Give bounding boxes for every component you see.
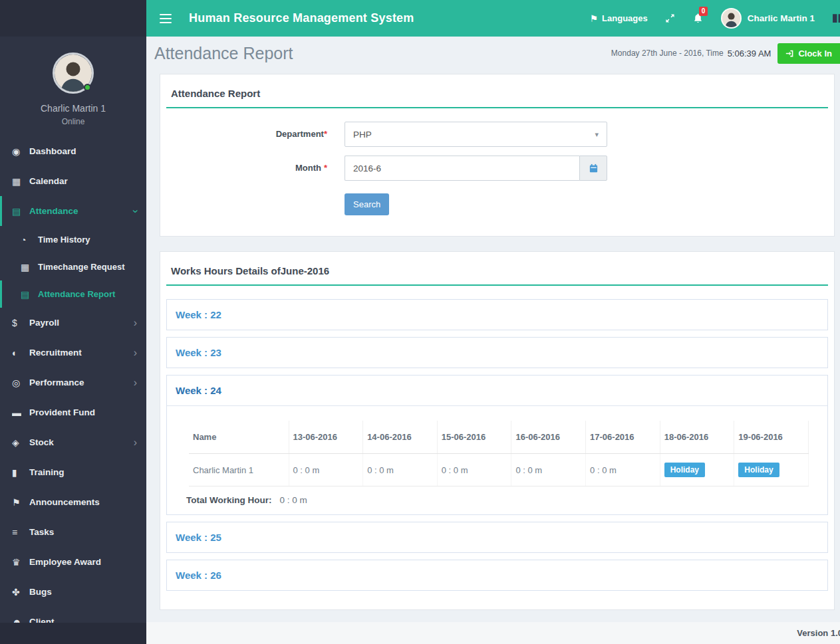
work-hours-card: Works Hours Details ofJune-2016 Week : 2… (160, 251, 835, 610)
dollar-icon: $ (12, 318, 29, 328)
cell-hours: 0 : 0 m (437, 454, 511, 486)
card-title: Attendance Report (166, 82, 828, 108)
languages-menu[interactable]: ⚑ Languages (590, 13, 648, 24)
sidebar-item-label: Announcements (29, 497, 100, 507)
week-panel-header[interactable]: Week : 26 (167, 560, 827, 590)
sidebar-item-training[interactable]: ▮ Training (0, 457, 146, 487)
topbar-username[interactable]: Charlic Martin 1 (748, 13, 815, 23)
sign-in-icon (785, 49, 794, 58)
sidebar-item-label: Performance (29, 377, 84, 387)
current-time: 5:06:39 AM (728, 49, 771, 58)
sidebar-menu: ◉ Dashboard ▦ Calendar ▤ Attendance › ◔ … (0, 136, 146, 637)
main-area: Human Resource Management System ⚑ Langu… (146, 0, 840, 644)
week-panel-header[interactable]: Week : 23 (167, 338, 827, 368)
sidebar-brand (0, 0, 146, 37)
table-header-row: Name 13-06-2016 14-06-2016 15-06-2016 16… (189, 421, 809, 454)
globe-icon: ◐ (12, 348, 29, 358)
week-panel-header[interactable]: Week : 25 (167, 522, 827, 552)
chevron-right-icon: › (134, 377, 137, 388)
languages-label: Languages (602, 13, 648, 23)
sidebar-item-label: Attendance (29, 206, 78, 216)
chevron-right-icon: › (134, 437, 137, 448)
department-row: Department* PHP ▾ (166, 122, 828, 147)
target-icon: ◎ (12, 377, 29, 388)
notifications-bell[interactable]: 0 (692, 13, 704, 24)
calendar-icon: ▦ (12, 176, 29, 187)
file-icon: ▤ (21, 289, 38, 300)
sidebar-item-calendar[interactable]: ▦ Calendar (0, 166, 146, 196)
attendance-report-filter-card: Attendance Report Department* PHP ▾ Mont… (160, 74, 835, 237)
sidebar-item-timechange-request[interactable]: ▦ Timechange Request (0, 253, 146, 280)
cell-hours: 0 : 0 m (363, 454, 438, 486)
user-profile: Charlic Martin 1 Online (0, 37, 146, 126)
total-label: Total Working Hour: (186, 495, 272, 505)
sidebar-item-label: Employee Award (29, 557, 101, 567)
week-panel-body: Name 13-06-2016 14-06-2016 15-06-2016 16… (167, 406, 827, 514)
online-status-dot (84, 84, 91, 91)
chevron-down-icon: › (130, 209, 140, 213)
sidebar-item-attendance-report[interactable]: ▤ Attendance Report (0, 280, 146, 308)
sidebar-item-label: Stock (29, 437, 54, 447)
sidebar-item-label: Attendance Report (38, 289, 115, 299)
topbar-avatar[interactable] (721, 8, 742, 29)
col-header-date[interactable]: 15-06-2016 (437, 421, 511, 454)
menu-toggle-icon[interactable] (160, 14, 172, 23)
month-row: Month* (166, 156, 828, 181)
attendance-icon: ▤ (12, 206, 29, 217)
clock-in-button[interactable]: Clock In (777, 43, 840, 64)
sidebar-item-stock[interactable]: ◈ Stock › (0, 427, 146, 457)
calendar-picker-button[interactable] (579, 156, 607, 181)
col-header-date[interactable]: 13-06-2016 (289, 421, 363, 454)
flag-icon: ⚑ (590, 13, 599, 24)
search-row: Search (166, 189, 828, 215)
sidebar-item-label: Time History (38, 235, 90, 245)
department-select[interactable]: PHP ▾ (345, 122, 607, 147)
sidebar-item-payroll[interactable]: $ Payroll › (0, 308, 146, 338)
table-row: Charlic Martin 1 0 : 0 m 0 : 0 m 0 : 0 m… (189, 454, 809, 486)
sidebar-item-label: Bugs (29, 587, 52, 597)
sidebar-item-label: Training (29, 467, 65, 477)
profile-status: Online (0, 117, 146, 126)
cell-hours: 0 : 0 m (586, 454, 660, 486)
work-hours-table: Name 13-06-2016 14-06-2016 15-06-2016 16… (189, 421, 809, 486)
bug-icon: ✤ (12, 587, 29, 597)
sidebar-item-label: Provident Fund (29, 407, 95, 417)
col-header-date[interactable]: 16-06-2016 (511, 421, 586, 454)
sidebar-item-bugs[interactable]: ✤ Bugs (0, 577, 146, 607)
total-value: 0 : 0 m (280, 495, 307, 505)
col-header-name[interactable]: Name (189, 421, 289, 454)
week-panel-header[interactable]: Week : 22 (167, 300, 827, 330)
week-panel-25: Week : 25 (166, 522, 828, 553)
sidebar-item-label: Timechange Request (38, 262, 125, 272)
fullscreen-icon[interactable] (665, 13, 675, 23)
col-header-date[interactable]: 19-06-2016 (734, 421, 809, 454)
sidebar-item-performance[interactable]: ◎ Performance › (0, 368, 146, 397)
required-asterisk: * (324, 163, 327, 173)
page-footer: Version 1.0 (146, 622, 840, 644)
briefcase-icon: ▬ (12, 407, 29, 418)
sidebar-item-tasks[interactable]: ≡ Tasks (0, 517, 146, 547)
sidebar-item-announcements[interactable]: ⚑ Announcements (0, 487, 146, 517)
avatar[interactable] (53, 53, 94, 94)
week-panel-26: Week : 26 (166, 560, 828, 591)
sidebar-item-provident-fund[interactable]: ▬ Provident Fund (0, 397, 146, 427)
calendar-icon (589, 163, 599, 173)
cell-employee-name: Charlic Martin 1 (189, 454, 289, 486)
week-panel-header[interactable]: Week : 24 (167, 376, 827, 406)
col-header-date[interactable]: 17-06-2016 (586, 421, 660, 454)
sidebar: Charlic Martin 1 Online ◉ Dashboard ▦ Ca… (0, 0, 146, 644)
sidebar-item-dashboard[interactable]: ◉ Dashboard (0, 136, 146, 166)
panel-toggle-icon[interactable] (832, 13, 840, 24)
cell-holiday: Holiday (734, 454, 809, 486)
col-header-date[interactable]: 18-06-2016 (660, 421, 734, 454)
department-label: Department* (166, 122, 345, 147)
sidebar-item-recruitment[interactable]: ◐ Recruitment › (0, 338, 146, 368)
sidebar-item-attendance[interactable]: ▤ Attendance › (0, 196, 146, 226)
sidebar-item-employee-award[interactable]: ♛ Employee Award (0, 547, 146, 577)
col-header-date[interactable]: 14-06-2016 (363, 421, 438, 454)
holiday-badge: Holiday (738, 463, 779, 477)
search-button[interactable]: Search (345, 193, 389, 215)
cell-holiday: Holiday (660, 454, 734, 486)
sidebar-item-time-history[interactable]: ◔ Time History (0, 226, 146, 253)
month-input[interactable] (345, 156, 579, 181)
